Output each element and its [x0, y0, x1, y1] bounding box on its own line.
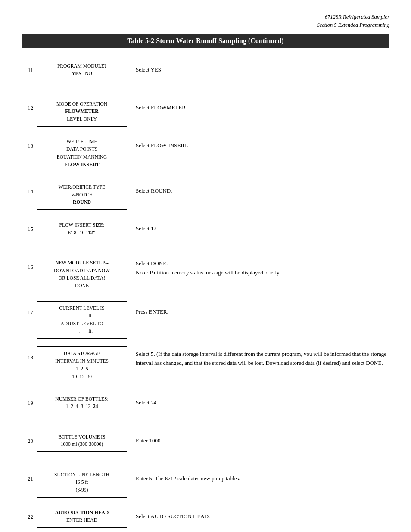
screen-display: NUMBER OF BOTTLES:1 2 4 8 12 24 [37, 392, 127, 414]
table-title: Table 5-2 Storm Water Runoff Sampling (C… [22, 34, 389, 48]
row-number: 15 [22, 218, 37, 233]
instruction-text: Select YES [136, 59, 389, 75]
row-number: 11 [22, 59, 37, 74]
row-number: 16 [22, 256, 37, 271]
instruction-text: Select 5. (If the data storage interval … [136, 346, 389, 368]
screen-display: AUTO SUCTION HEADENTER HEAD [37, 506, 127, 528]
screen-display: NEW MODULE SETUP--DOWNLOAD DATA NOWOR LO… [37, 256, 127, 293]
table-row: 13WEIR FLUMEDATA POINTSEQUATION MANNINGF… [22, 135, 389, 172]
table-row: 22AUTO SUCTION HEADENTER HEADSelect AUTO… [22, 506, 389, 532]
header-line1: 6712SR Refrigerated Sampler [325, 14, 389, 20]
screen-display: WEIR FLUMEDATA POINTSEQUATION MANNINGFLO… [37, 135, 127, 172]
row-number: 19 [22, 392, 37, 407]
row-number: 12 [22, 97, 37, 112]
row-number: 17 [22, 301, 37, 316]
row-number: 22 [22, 506, 37, 520]
instruction-text: Select FLOW-INSERT. [136, 135, 389, 150]
instruction-text: Enter 1000. [136, 430, 389, 445]
header-line2: Section 5 Extended Programming [317, 22, 389, 28]
instruction-text: Select 12. [136, 218, 389, 233]
screen-display: MODE OF OPERATIONFLOWMETERLEVEL ONLY [37, 97, 127, 127]
table-row: 20BOTTLE VOLUME IS1000 ml (300-30000)Ent… [22, 430, 389, 460]
table-rows: 11PROGRAM MODULE?YES NOSelect YES12MODE … [22, 59, 389, 532]
table-row: 18DATA STORAGEINTERVAL IN MINUTES1 2 510… [22, 346, 389, 384]
table-row: 11PROGRAM MODULE?YES NOSelect YES [22, 59, 389, 89]
row-number: 13 [22, 135, 37, 149]
table-row: 21SUCTION LINE LENGTHIS 5 ft(3-99)Enter … [22, 468, 389, 498]
table-row: 17CURRENT LEVEL IS___.___ ft.ADJUST LEVE… [22, 301, 389, 339]
instruction-text: Select FLOWMETER [136, 97, 389, 112]
row-number: 21 [22, 468, 37, 482]
row-number: 18 [22, 346, 37, 361]
table-row: 16NEW MODULE SETUP--DOWNLOAD DATA NOWOR … [22, 256, 389, 293]
screen-display: WEIR/ORIFICE TYPEV-NOTCHROUND [37, 180, 127, 210]
screen-display: FLOW INSERT SIZE:6" 8" 10" 12" [37, 218, 127, 240]
instruction-text: Select 24. [136, 392, 389, 408]
screen-display: SUCTION LINE LENGTHIS 5 ft(3-99) [37, 468, 127, 498]
page-header: 6712SR Refrigerated Sampler Section 5 Ex… [22, 13, 389, 29]
instruction-text: Select DONE.Note: Partition memory statu… [136, 256, 389, 277]
row-number: 14 [22, 180, 37, 195]
table-row: 15FLOW INSERT SIZE:6" 8" 10" 12"Select 1… [22, 218, 389, 248]
table-row: 14WEIR/ORIFICE TYPEV-NOTCHROUNDSelect RO… [22, 180, 389, 210]
instruction-text: Press ENTER. [136, 301, 389, 317]
screen-display: BOTTLE VOLUME IS1000 ml (300-30000) [37, 430, 127, 452]
table-row: 19NUMBER OF BOTTLES:1 2 4 8 12 24Select … [22, 392, 389, 422]
table-row: 12MODE OF OPERATIONFLOWMETERLEVEL ONLYSe… [22, 97, 389, 127]
screen-display: CURRENT LEVEL IS___.___ ft.ADJUST LEVEL … [37, 301, 127, 339]
row-number: 20 [22, 430, 37, 445]
instruction-text: Enter 5. The 6712 calculates new pump ta… [136, 468, 389, 483]
instruction-text: Select AUTO SUCTION HEAD. [136, 506, 389, 521]
screen-display: PROGRAM MODULE?YES NO [37, 59, 127, 81]
screen-display: DATA STORAGEINTERVAL IN MINUTES1 2 510 1… [37, 346, 127, 384]
instruction-text: Select ROUND. [136, 180, 389, 196]
